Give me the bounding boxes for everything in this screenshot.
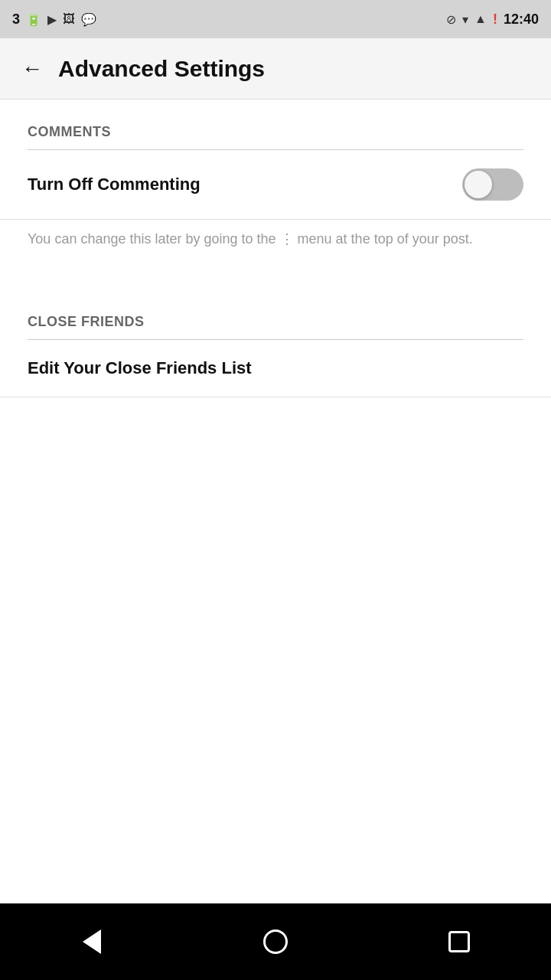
status-bar: 3 🔋 ▶ 🖼 💬 ⊘ ▾ ▲ ! 12:40 (0, 0, 551, 38)
battery-indicator-icon: 🔋 (26, 12, 41, 27)
nav-home-button[interactable] (253, 919, 298, 965)
comments-section-title: COMMENTS (28, 124, 111, 139)
close-friends-section: CLOSE FRIENDS Edit Your Close Friends Li… (0, 289, 551, 397)
back-arrow-icon: ← (21, 57, 43, 81)
nav-recents-icon (448, 931, 470, 952)
turn-off-commenting-row: Turn Off Commenting (0, 150, 551, 220)
close-friends-section-header: CLOSE FRIENDS (0, 289, 551, 339)
status-number: 3 (12, 11, 20, 28)
nav-recents-button[interactable] (436, 919, 482, 965)
no-sim-icon: ⊘ (446, 12, 456, 27)
youtube-icon: ▶ (47, 12, 57, 27)
content-area: COMMENTS Turn Off Commenting You can cha… (0, 100, 551, 903)
top-bar: ← Advanced Settings (0, 38, 551, 100)
status-time: 12:40 (504, 11, 539, 28)
commenting-toggle[interactable] (462, 168, 523, 201)
commenting-helper-text: You can change this later by going to th… (0, 220, 551, 274)
status-bar-left: 3 🔋 ▶ 🖼 💬 (12, 11, 96, 28)
nav-back-button[interactable] (69, 919, 115, 965)
battery-alert-icon: ! (493, 11, 497, 28)
edit-close-friends-row[interactable]: Edit Your Close Friends List (0, 340, 551, 397)
nav-back-icon (83, 929, 101, 954)
nav-home-icon (263, 929, 288, 954)
whatsapp-icon: 💬 (81, 12, 96, 27)
signal-icon: ▲ (474, 12, 487, 26)
back-button[interactable]: ← (21, 57, 43, 81)
close-friends-section-title: CLOSE FRIENDS (28, 314, 145, 329)
toggle-track (462, 168, 523, 201)
turn-off-commenting-label: Turn Off Commenting (28, 175, 201, 194)
toggle-thumb (465, 171, 492, 198)
status-bar-right: ⊘ ▾ ▲ ! 12:40 (446, 11, 539, 28)
bottom-nav (0, 903, 551, 980)
comments-section-header: COMMENTS (0, 100, 551, 149)
page-title: Advanced Settings (58, 56, 265, 82)
wifi-icon: ▾ (462, 12, 468, 27)
edit-close-friends-label: Edit Your Close Friends List (28, 358, 252, 378)
image-icon: 🖼 (63, 12, 75, 26)
